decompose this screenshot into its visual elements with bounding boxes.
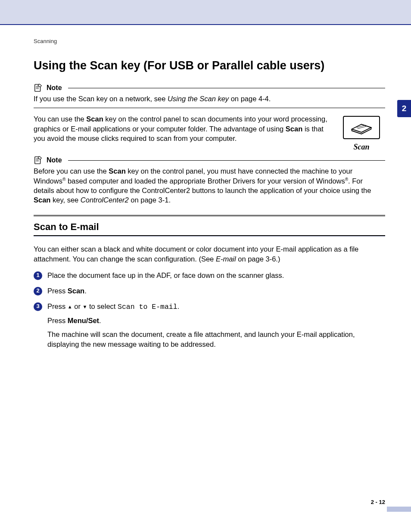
note-2-text: Before you can use the Scan key on the c… bbox=[34, 166, 385, 205]
text-bold: Scan bbox=[86, 115, 103, 123]
divider bbox=[34, 108, 385, 108]
cross-ref-link[interactable]: ControlCenter2 bbox=[81, 196, 129, 204]
note-icon bbox=[34, 156, 43, 165]
cross-ref-link[interactable]: Using the Scan key bbox=[168, 95, 229, 103]
section-underline bbox=[34, 235, 385, 236]
note-label: Note bbox=[47, 84, 62, 92]
text: You can either scan a black and white do… bbox=[34, 245, 358, 262]
note-1-text: If you use the Scan key on a network, se… bbox=[34, 94, 385, 103]
top-bar bbox=[0, 0, 411, 25]
text: on page 3-1. bbox=[129, 196, 171, 204]
text: If you use the Scan key on a network, se… bbox=[34, 95, 168, 103]
note-rule bbox=[68, 88, 385, 88]
note-icon bbox=[34, 84, 43, 92]
display-text: Scan to E-mail bbox=[118, 303, 177, 311]
text: . bbox=[177, 302, 180, 310]
text-bold: Menu/Set bbox=[68, 317, 99, 324]
text: Press bbox=[47, 287, 68, 295]
text: key, see bbox=[50, 196, 80, 204]
page-title: Using the Scan key (For USB or Parallel … bbox=[34, 59, 385, 72]
text: You can use the bbox=[34, 115, 86, 123]
section-top-rule bbox=[34, 215, 385, 216]
step-number-icon: 1 bbox=[34, 271, 42, 280]
note-label: Note bbox=[47, 156, 62, 164]
text: based computer and loaded the appropriat… bbox=[65, 177, 345, 185]
note-rule bbox=[68, 160, 385, 161]
text: on page 3-6.) bbox=[236, 255, 280, 263]
scan-caption: Scan bbox=[353, 143, 369, 152]
text: Before you can use the bbox=[34, 167, 109, 175]
step-1: 1 Place the document face up in the ADF,… bbox=[34, 271, 385, 281]
text: Press bbox=[47, 317, 68, 324]
down-arrow-icon: ▼ bbox=[83, 304, 87, 309]
section-heading: Scan to E-mail bbox=[34, 221, 385, 233]
intro-paragraph: You can use the Scan key on the control … bbox=[34, 114, 330, 152]
text-bold: Scan bbox=[34, 196, 50, 204]
page-body: Scanning Using the Scan key (For USB or … bbox=[0, 25, 411, 353]
scan-button-illustration bbox=[343, 116, 380, 139]
text: to select bbox=[87, 302, 118, 310]
scan-figure: Scan bbox=[338, 114, 385, 152]
text: on page 4-4. bbox=[229, 95, 271, 103]
step-number-icon: 2 bbox=[34, 287, 42, 296]
text: . bbox=[84, 287, 87, 295]
text: The machine will scan the document, crea… bbox=[47, 330, 385, 350]
text-bold: Scan bbox=[109, 167, 125, 175]
cross-ref-link[interactable]: E-mail bbox=[216, 255, 236, 263]
up-arrow-icon: ▲ bbox=[68, 304, 72, 309]
footer-accent bbox=[387, 507, 411, 512]
step-2: 2 Press Scan. bbox=[34, 286, 385, 296]
text: or bbox=[72, 302, 83, 310]
page-number: 2 - 12 bbox=[371, 499, 385, 505]
step-3: 3 Press ▲ or ▼ to select Scan to E-mail.… bbox=[34, 302, 385, 354]
text-bold: Scan bbox=[286, 125, 302, 133]
text-bold: Scan bbox=[68, 287, 84, 295]
breadcrumb: Scanning bbox=[34, 38, 385, 44]
note-block-1: Note If you use the Scan key on a networ… bbox=[34, 84, 385, 108]
step-2-text: Press Scan. bbox=[47, 286, 385, 296]
step-3-text: Press ▲ or ▼ to select Scan to E-mail. P… bbox=[47, 302, 385, 354]
text: Press bbox=[47, 302, 68, 310]
registered-mark: ® bbox=[345, 177, 348, 181]
step-1-text: Place the document face up in the ADF, o… bbox=[47, 271, 385, 281]
step-number-icon: 3 bbox=[34, 302, 42, 311]
text: . bbox=[99, 317, 101, 324]
note-block-2: Note Before you can use the Scan key on … bbox=[34, 156, 385, 205]
section-intro: You can either scan a black and white do… bbox=[34, 244, 385, 264]
